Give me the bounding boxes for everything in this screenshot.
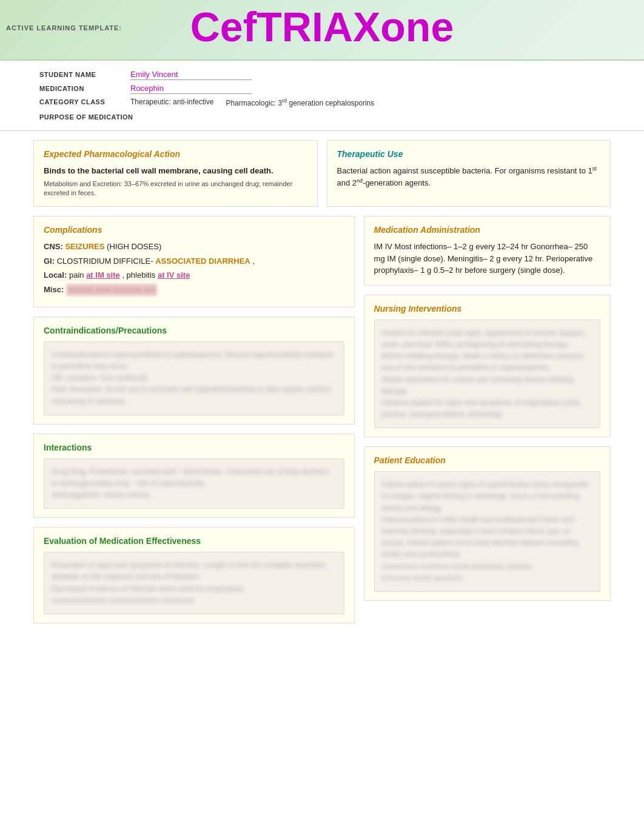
- med-admin-body: IM IV Most infections– 1–2 g every 12–24…: [374, 241, 600, 277]
- misc-blurred: xxxxxxx xxxx xxxxxxxx xxx: [66, 284, 157, 296]
- nursing-interventions-card: Nursing Interventions Assess for infecti…: [364, 295, 611, 438]
- medication-label: MEDICATION: [39, 85, 124, 92]
- left-column: Complications CNS: SEIZURES (HIGH DOSES)…: [33, 216, 355, 623]
- gi-text: CLOSTRIDIUM DIFFICILE-: [57, 257, 156, 266]
- med-admin-card: Medication Administration IM IV Most inf…: [364, 216, 611, 286]
- expected-action-card: Expected Pharmacological Action Binds to…: [33, 140, 318, 207]
- nursing-title: Nursing Interventions: [374, 304, 600, 314]
- purpose-row: PURPOSE OF MEDICATION: [39, 111, 605, 121]
- header: ACTIVE LEARNING TEMPLATE: CefTRIAXone: [0, 0, 644, 61]
- nursing-content: Assess for infection (vital signs; appea…: [374, 320, 600, 429]
- main-content: Expected Pharmacological Action Binds to…: [0, 131, 644, 632]
- expected-action-title: Expected Pharmacological Action: [44, 149, 307, 159]
- local-row: Local: pain at IM site , phlebitis at IV…: [44, 269, 344, 281]
- expected-action-body: Binds to the bacterial cell wall membran…: [44, 165, 307, 198]
- therapeutic-use-title: Therapeutic Use: [337, 149, 601, 159]
- cns-rest: (HIGH DOSES): [107, 242, 161, 251]
- gi-row: GI: CLOSTRIDIUM DIFFICILE- ASSOCIATED DI…: [44, 255, 344, 267]
- category-values: Therapeutic: anti-infective Pharmacologi…: [130, 98, 374, 107]
- patient-education-card: Patient Education Advise patient to repo…: [364, 446, 611, 601]
- complications-title: Complications: [44, 225, 344, 235]
- misc-label: Misc:: [44, 285, 64, 294]
- med-admin-title: Medication Administration: [374, 225, 600, 235]
- interactions-title: Interactions: [44, 443, 344, 452]
- patient-ed-content: Advise patient to report signs of superi…: [374, 471, 600, 592]
- evaluation-content: Resolution of signs and symptoms of infe…: [44, 552, 344, 614]
- cns-label: CNS:: [44, 242, 63, 251]
- student-name-row: STUDENT NAME Emily Vincent: [39, 70, 605, 80]
- evaluation-blurred: Resolution of signs and symptoms of infe…: [52, 560, 337, 606]
- complications-body: CNS: SEIZURES (HIGH DOSES) GI: CLOSTRIDI…: [44, 241, 344, 296]
- student-name-label: STUDENT NAME: [39, 71, 124, 78]
- contraindications-title: Contraindications/Precautions: [44, 326, 344, 335]
- medication-value: Rocephin: [130, 84, 252, 94]
- contraindications-blurred: Contraindicated in hypersensitivity to c…: [52, 349, 337, 407]
- local-at-iv: at IV site: [158, 270, 190, 280]
- category-label: CATEGORY CLASS: [39, 98, 124, 106]
- right-column: Medication Administration IM IV Most inf…: [364, 216, 611, 623]
- gi-label: GI:: [44, 257, 55, 266]
- evaluation-title: Evaluation of Medication Effectiveness: [44, 536, 344, 546]
- local-text1: pain: [69, 270, 86, 280]
- medication-row: MEDICATION Rocephin: [39, 84, 605, 94]
- drug-title: CefTRIAXone: [0, 3, 644, 50]
- page-footer: [0, 632, 644, 657]
- category-pharmacologic: Pharmacologic: 3rd generation cephalospo…: [226, 98, 374, 107]
- expected-action-metabolism: Metabolism and Excretion: 33–67% excrete…: [44, 179, 307, 198]
- category-therapeutic: Therapeutic: anti-infective: [130, 98, 213, 107]
- student-name-value: Emily Vincent: [130, 70, 252, 80]
- therapeutic-use-card: Therapeutic Use Bacterial action against…: [327, 140, 611, 207]
- contraindications-card: Contraindications/Precautions Contraindi…: [33, 317, 355, 424]
- gi-comma: ,: [252, 257, 255, 266]
- therapeutic-use-body: Bacterial action against susceptible bac…: [337, 165, 601, 189]
- complications-card: Complications CNS: SEIZURES (HIGH DOSES)…: [33, 216, 355, 307]
- interactions-card: Interactions Drug-Drug: Probenecid↓ excr…: [33, 434, 355, 518]
- gi-highlight: ASSOCIATED DIARRHEA: [155, 257, 250, 266]
- interactions-content: Drug-Drug: Probenecid↓ excretion and ↑ b…: [44, 458, 344, 509]
- evaluation-card: Evaluation of Medication Effectiveness R…: [33, 527, 355, 623]
- expected-action-main: Binds to the bacterial cell wall membran…: [44, 166, 273, 175]
- cns-seizures: SEIZURES: [65, 242, 104, 251]
- patient-ed-title: Patient Education: [374, 455, 600, 465]
- local-at-im: at IM site: [86, 270, 120, 280]
- student-info-section: STUDENT NAME Emily Vincent MEDICATION Ro…: [0, 61, 644, 131]
- contraindications-content: Contraindicated in hypersensitivity to c…: [44, 341, 344, 415]
- nursing-blurred: Assess for infection (vital signs; appea…: [382, 327, 592, 421]
- purpose-label: PURPOSE OF MEDICATION: [39, 113, 133, 121]
- middle-row: Complications CNS: SEIZURES (HIGH DOSES)…: [33, 216, 611, 623]
- patient-ed-blurred: Advise patient to report signs of superi…: [382, 479, 592, 584]
- local-phlebitis: , phlebitis: [122, 270, 158, 280]
- category-row: CATEGORY CLASS Therapeutic: anti-infecti…: [39, 98, 605, 107]
- interactions-blurred: Drug-Drug: Probenecid↓ excretion and ↑ b…: [52, 466, 337, 501]
- cns-row: CNS: SEIZURES (HIGH DOSES): [44, 241, 344, 253]
- misc-row: Misc: xxxxxxx xxxx xxxxxxxx xxx: [44, 284, 344, 296]
- top-row: Expected Pharmacological Action Binds to…: [33, 140, 611, 207]
- local-label: Local:: [44, 270, 67, 280]
